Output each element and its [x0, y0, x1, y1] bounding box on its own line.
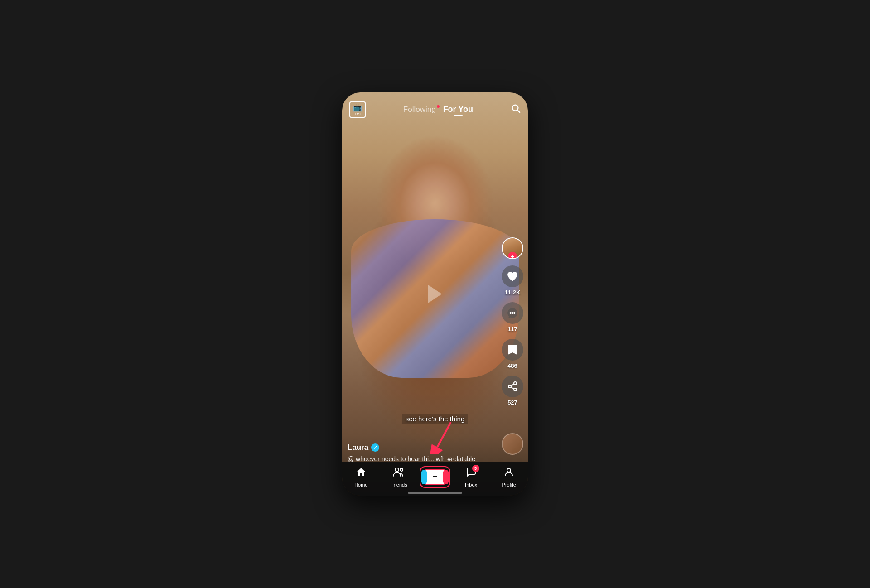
sound-disc[interactable] — [502, 433, 523, 455]
phone-frame: 📺 LIVE Following For You + — [342, 92, 528, 496]
plus-icon: + — [432, 472, 438, 482]
profile-icon — [503, 467, 514, 480]
video-info: Laura ✓ @ whoever needs to hear thi... w… — [348, 443, 501, 464]
comment-button[interactable]: 117 — [502, 302, 523, 333]
top-bar: 📺 LIVE Following For You — [342, 92, 528, 122]
svg-point-6 — [512, 312, 513, 314]
bookmark-count: 486 — [508, 362, 517, 369]
friends-label: Friends — [391, 482, 407, 487]
video-subtitle: see here's the thing — [342, 415, 528, 423]
share-icon — [502, 376, 523, 397]
search-button[interactable] — [511, 103, 521, 116]
nav-home[interactable]: Home — [348, 467, 375, 487]
like-button[interactable]: 11.2K — [502, 265, 523, 296]
username-row: Laura ✓ — [348, 443, 501, 452]
for-you-tab[interactable]: For You — [443, 105, 473, 114]
comment-count: 117 — [508, 326, 517, 333]
bookmark-button[interactable]: 486 — [502, 339, 523, 369]
home-icon — [356, 467, 367, 480]
bookmark-icon — [502, 339, 523, 361]
friends-icon — [393, 467, 405, 480]
nav-create[interactable]: + — [423, 469, 447, 485]
svg-line-1 — [517, 110, 520, 112]
nav-profile[interactable]: Profile — [495, 467, 522, 487]
comment-icon — [502, 302, 523, 324]
share-count: 527 — [508, 399, 517, 406]
nav-inbox[interactable]: 5 Inbox — [458, 467, 485, 487]
svg-point-17 — [507, 468, 511, 472]
bottom-navigation: Home Friends + — [342, 462, 528, 496]
home-indicator — [408, 492, 462, 494]
creator-username[interactable]: Laura — [348, 443, 368, 452]
profile-label: Profile — [502, 482, 516, 487]
svg-point-5 — [510, 312, 512, 314]
nav-friends[interactable]: Friends — [385, 467, 412, 487]
creator-avatar[interactable]: + — [502, 237, 523, 259]
play-icon — [428, 285, 442, 303]
following-tab[interactable]: Following — [403, 105, 436, 114]
right-actions: + 11.2K — [502, 237, 523, 406]
svg-line-12 — [511, 384, 514, 386]
heart-icon — [502, 265, 523, 287]
live-badge-button[interactable]: 📺 LIVE — [349, 101, 366, 118]
svg-point-16 — [400, 468, 403, 471]
svg-point-15 — [395, 468, 399, 472]
inbox-icon: 5 — [466, 467, 477, 480]
play-button[interactable] — [428, 285, 442, 303]
home-label: Home — [354, 482, 367, 487]
live-tv-icon: 📺 — [353, 103, 362, 112]
inbox-label: Inbox — [465, 482, 477, 487]
live-label: LIVE — [353, 112, 362, 116]
create-button[interactable]: + — [423, 469, 447, 485]
subtitle-text: see here's the thing — [402, 414, 468, 424]
follow-plus-icon: + — [508, 252, 517, 259]
inbox-badge: 5 — [472, 465, 479, 472]
sound-disc-image — [502, 433, 523, 455]
share-button[interactable]: 527 — [502, 376, 523, 406]
verified-icon: ✓ — [371, 443, 379, 452]
like-count: 11.2K — [505, 289, 521, 296]
nav-tabs: Following For You — [403, 105, 473, 114]
svg-line-11 — [511, 387, 514, 389]
following-notification-dot — [437, 105, 440, 108]
svg-point-7 — [513, 312, 515, 314]
